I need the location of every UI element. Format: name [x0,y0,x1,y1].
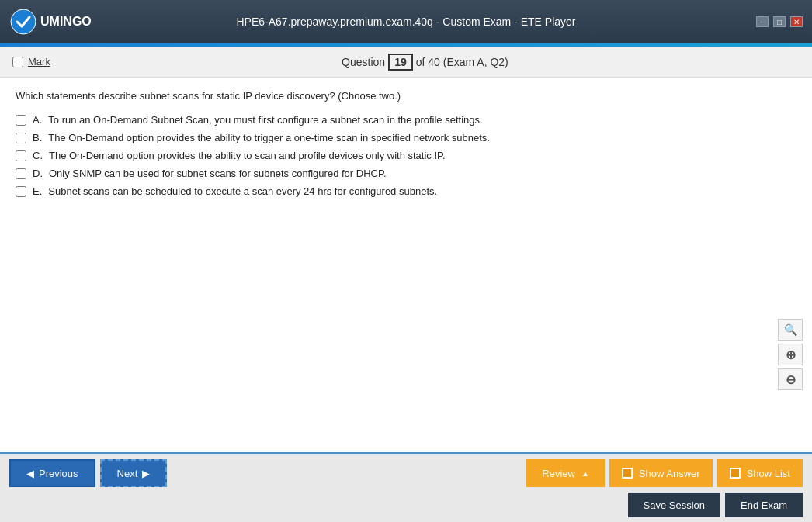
end-exam-label: End Exam [741,500,787,511]
question-text: Which statements describe subnet scans f… [16,90,796,102]
minimize-button[interactable]: − [756,16,769,27]
close-button[interactable]: ✕ [790,16,803,27]
prev-arrow-icon: ◀ [26,468,34,479]
show-answer-button[interactable]: Show Answer [609,459,713,487]
show-list-label: Show List [747,468,790,479]
option-b: B. The On-Demand option provides the abi… [16,132,796,143]
previous-button[interactable]: ◀ Previous [9,459,95,487]
option-d-letter: D. [33,168,43,179]
end-exam-button[interactable]: End Exam [725,493,803,517]
option-c-text: The On-Demand option provides the abilit… [49,150,446,161]
show-answer-label: Show Answer [639,468,700,479]
question-label: Question [342,56,385,68]
header-bar: Mark Question 19 of 40 (Exam A, Q2) [0,47,812,78]
option-e: E. Subnet scans can be scheduled to exec… [16,185,796,197]
option-d-checkbox[interactable] [16,168,26,179]
option-e-text: Subnet scans can be scheduled to execute… [48,185,437,197]
search-icon[interactable]: 🔍 [778,319,803,341]
show-list-checkbox-icon [730,468,741,479]
window-title: HPE6-A67.prepaway.premium.exam.40q - Cus… [236,16,575,28]
option-a: A. To run an On-Demand Subnet Scan, you … [16,114,796,126]
save-session-button[interactable]: Save Session [628,493,721,517]
mark-label: Mark [28,56,50,67]
review-arrow-icon: ▲ [581,469,589,478]
question-info: Question 19 of 40 (Exam A, Q2) [342,54,508,71]
next-arrow-icon: ▶ [142,468,150,479]
option-c-checkbox[interactable] [16,150,26,161]
option-e-checkbox[interactable] [16,186,26,197]
show-list-button[interactable]: Show List [717,459,803,487]
option-b-letter: B. [33,132,42,143]
logo: UMINGO [9,8,92,36]
bottom-row2: Save Session End Exam [0,493,812,522]
option-a-text: To run an On-Demand Subnet Scan, you mus… [48,114,482,126]
option-a-checkbox[interactable] [16,115,26,126]
question-number-badge: 19 [388,54,413,71]
save-session-label: Save Session [644,500,706,511]
next-button[interactable]: Next ▶ [100,459,168,487]
title-bar: UMINGO HPE6-A67.prepaway.premium.exam.40… [0,0,812,43]
previous-label: Previous [39,468,78,479]
mark-check-input[interactable] [12,57,23,67]
bottom-row1: ◀ Previous Next ▶ Review ▲ Show Answer S… [0,454,812,493]
logo-text: UMINGO [40,15,92,29]
option-b-text: The On-Demand option provides the abilit… [48,132,490,143]
option-c-letter: C. [33,150,43,161]
review-button[interactable]: Review ▲ [526,459,605,487]
zoom-in-icon[interactable]: ⊕ [778,344,803,365]
option-d-text: Only SNMP can be used for subnet scans f… [49,168,387,179]
maximize-button[interactable]: □ [773,16,786,27]
option-c: C. The On-Demand option provides the abi… [16,150,796,161]
review-label: Review [542,468,575,479]
option-d: D. Only SNMP can be used for subnet scan… [16,168,796,179]
zoom-out-icon[interactable]: ⊖ [778,368,803,390]
next-label: Next [117,468,138,479]
main-content: Which statements describe subnet scans f… [0,78,812,452]
show-answer-checkbox-icon [622,468,633,479]
bottom-bar: ◀ Previous Next ▶ Review ▲ Show Answer S… [0,452,812,522]
side-tools: 🔍 ⊕ ⊖ [778,319,803,390]
svg-point-0 [11,9,36,34]
mark-checkbox[interactable]: Mark [12,56,50,67]
question-total: of 40 (Exam A, Q2) [416,56,508,68]
option-e-letter: E. [33,185,42,197]
window-controls: − □ ✕ [756,16,803,27]
option-b-checkbox[interactable] [16,133,26,143]
option-a-letter: A. [33,114,42,126]
